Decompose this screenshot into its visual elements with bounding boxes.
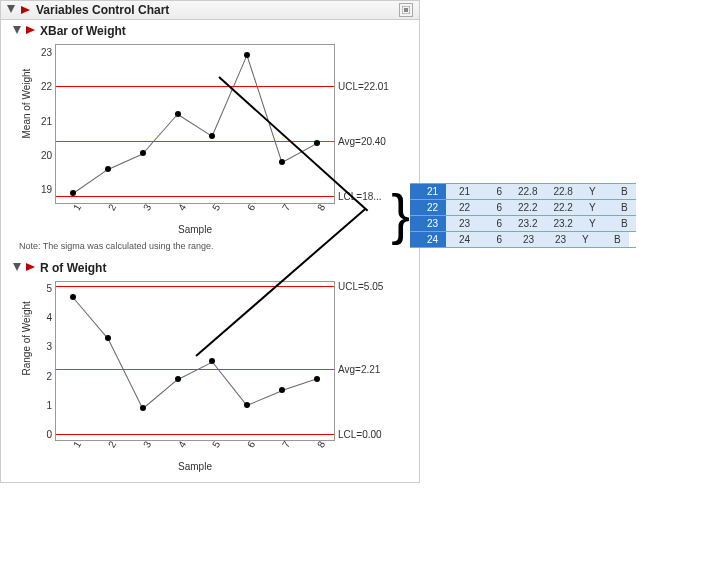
cell: 23.2 <box>510 216 545 231</box>
cell: 6 <box>478 200 510 215</box>
xbar-plot: Mean of Weight 192021222312345678UCL=22.… <box>19 44 399 235</box>
cell: Y <box>574 232 597 247</box>
cell: 23 <box>446 216 478 231</box>
sigma-note: Note: The sigma was calculated using the… <box>1 239 419 257</box>
cell: 24 <box>446 232 478 247</box>
disclose-r-icon[interactable] <box>13 261 22 275</box>
xbar-xlabel: Sample <box>55 224 335 235</box>
svg-marker-0 <box>7 5 15 13</box>
r-plot: Range of Weight 01234512345678UCL=5.05Av… <box>19 281 399 472</box>
svg-marker-5 <box>26 26 35 34</box>
row-header: 22 <box>410 200 446 215</box>
cell: B <box>604 200 636 215</box>
cell: 22 <box>446 200 478 215</box>
panel-thumbnail-button[interactable] <box>399 3 413 17</box>
svg-marker-7 <box>26 263 35 271</box>
cell: Y <box>581 216 604 231</box>
cell: 23 <box>542 232 574 247</box>
panel-title: Variables Control Chart <box>36 3 169 17</box>
cell: 22.8 <box>510 184 545 199</box>
svg-marker-4 <box>13 26 21 34</box>
cell: 6 <box>478 184 510 199</box>
r-xlabel: Sample <box>55 461 335 472</box>
table-row[interactable]: 22 22 6 22.2 22.2 Y B <box>410 199 636 216</box>
table-row[interactable]: 23 23 6 23.2 23.2 Y B <box>410 215 636 232</box>
row-header: 23 <box>410 216 446 231</box>
table-row[interactable]: 24 24 6 23 23 Y B <box>410 231 636 248</box>
xbar-ylabel: Mean of Weight <box>21 69 32 139</box>
cell: B <box>597 232 629 247</box>
xbar-header: XBar of Weight <box>1 20 419 40</box>
variables-control-chart-panel: Variables Control Chart XBar of Weight M… <box>0 0 420 483</box>
r-plot-area[interactable]: 01234512345678UCL=5.05Avg=2.21LCL=0.00 <box>55 281 335 441</box>
hotspot-xbar-icon[interactable] <box>26 24 36 38</box>
svg-marker-6 <box>13 263 21 271</box>
cell: 21 <box>446 184 478 199</box>
r-ylabel: Range of Weight <box>21 301 32 375</box>
cell: 23.2 <box>545 216 580 231</box>
panel-header: Variables Control Chart <box>1 1 419 20</box>
cell: 22.2 <box>510 200 545 215</box>
row-header: 24 <box>410 232 446 247</box>
table-row[interactable]: 21 21 6 22.8 22.8 Y B <box>410 183 636 200</box>
cell: 22.8 <box>545 184 580 199</box>
r-title: R of Weight <box>40 261 106 275</box>
svg-marker-1 <box>21 6 30 14</box>
xbar-title: XBar of Weight <box>40 24 126 38</box>
disclose-main-icon[interactable] <box>7 3 16 17</box>
cell: B <box>604 216 636 231</box>
cell: Y <box>581 184 604 199</box>
brace-icon: } <box>391 186 410 242</box>
cell: 23 <box>510 232 542 247</box>
detail-table: 21 21 6 22.8 22.8 Y B 22 22 6 22.2 22.2 … <box>410 184 636 248</box>
svg-rect-3 <box>404 8 408 12</box>
cell: Y <box>581 200 604 215</box>
xbar-plot-area[interactable]: 192021222312345678UCL=22.01Avg=20.40LCL=… <box>55 44 335 204</box>
hotspot-r-icon[interactable] <box>26 261 36 275</box>
cell: B <box>604 184 636 199</box>
disclose-xbar-icon[interactable] <box>13 24 22 38</box>
r-header: R of Weight <box>1 257 419 277</box>
hotspot-main-icon[interactable] <box>20 4 32 16</box>
row-header: 21 <box>410 184 446 199</box>
cell: 6 <box>478 216 510 231</box>
cell: 22.2 <box>545 200 580 215</box>
cell: 6 <box>478 232 510 247</box>
